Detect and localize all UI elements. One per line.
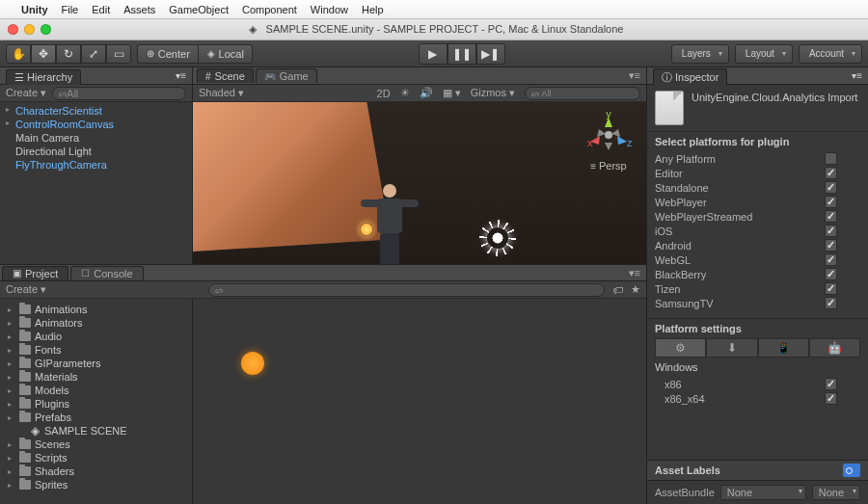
console-tab[interactable]: ☐ Console [70,266,143,280]
project-options[interactable]: ▾≡ [629,267,640,279]
project-folder[interactable]: Sprites [4,478,188,491]
platform-name: Any Platform [655,153,825,165]
platform-row: WebGL [655,252,860,267]
project-scene-item[interactable]: ◈SAMPLE SCENE [4,424,188,438]
hierarchy-item[interactable]: FlyThroughCamera [4,158,188,172]
platform-checkbox[interactable] [825,239,837,252]
rotate-tool[interactable]: ↻ [56,44,81,64]
inspector-options[interactable]: ▾≡ [852,70,862,81]
asset-labels-section[interactable]: Asset Labels [647,460,868,481]
platform-row: iOS [655,224,860,238]
search-filter-icon[interactable]: 🏷 [612,284,623,296]
scene-options[interactable]: ▾≡ [629,69,640,82]
platform-checkbox[interactable] [825,225,837,237]
light-toggle-icon[interactable]: ☀ [400,87,410,99]
scale-tool[interactable]: ⤢ [81,44,106,64]
project-folder[interactable]: Audio [4,330,188,343]
project-tab[interactable]: ▣ Project [2,266,68,280]
search-save-icon[interactable]: ★ [631,283,640,296]
arch-checkbox[interactable] [825,378,837,390]
svg-text:x: x [587,137,593,148]
assetbundle-variant-dropdown[interactable]: None [812,485,860,500]
project-folder[interactable]: GIParameters [4,357,188,370]
perspective-label[interactable]: ≡ Persp [583,160,635,172]
toggle-2d[interactable]: 2D [377,88,391,99]
hierarchy-options[interactable]: ▾≡ [176,70,186,81]
step-button[interactable]: ▶❚ [476,43,505,65]
play-button[interactable]: ▶ [419,43,448,65]
platform-name: Tizen [655,283,825,295]
hierarchy-tab[interactable]: ☰ Hierarchy [6,69,81,85]
project-folder[interactable]: Scripts [4,451,188,464]
platform-checkbox[interactable] [825,210,837,223]
project-create[interactable]: Create ▾ [6,283,46,296]
platform-checkbox[interactable] [825,152,837,165]
platform-tab-ios[interactable]: 📱 [758,338,809,358]
project-folder[interactable]: Prefabs [4,411,188,424]
tag-icon[interactable] [843,464,860,477]
hierarchy-item[interactable]: Main Camera [4,131,188,145]
hierarchy-item[interactable]: Directional Light [4,145,188,158]
menu-file[interactable]: File [62,4,79,15]
platform-checkbox[interactable] [825,297,837,309]
pivot-center-toggle[interactable]: ⊕ Center [137,44,198,64]
project-folder[interactable]: Fonts [4,343,188,357]
fx-toggle-icon[interactable]: ▦ ▾ [443,87,461,99]
orientation-gizmo[interactable]: y x z ≡ Persp [583,110,635,172]
arch-checkbox[interactable] [825,392,837,405]
scene-search[interactable]: ᔕ All [525,87,640,100]
project-folder[interactable]: Materials [4,370,188,384]
assetbundle-dropdown[interactable]: None [720,485,806,500]
game-tab[interactable]: 🎮 Game [256,68,317,83]
project-folder[interactable]: Shaders [4,464,188,478]
pause-button[interactable]: ❚❚ [448,43,476,65]
move-tool[interactable]: ✥ [31,44,56,64]
platform-checkbox[interactable] [825,181,837,194]
arch-row: x86_x64 [655,391,860,406]
menu-help[interactable]: Help [362,4,384,15]
project-search[interactable]: ᔕ [208,283,605,297]
app-menu[interactable]: Unity [21,4,48,15]
rect-tool[interactable]: ▭ [106,44,131,64]
hierarchy-tree: CharacterScientist ControlRoomCanvas Mai… [0,102,192,173]
platform-row: Any Platform [655,151,860,166]
project-folder[interactable]: Scenes [4,438,188,451]
layout-dropdown[interactable]: Layout [735,44,793,64]
project-folder[interactable]: Models [4,384,188,397]
project-folder[interactable]: Animations [4,303,188,316]
gizmos-dropdown[interactable]: Gizmos ▾ [471,87,515,99]
folder-icon [19,305,31,314]
platform-name: BlackBerry [655,269,825,280]
layers-dropdown[interactable]: Layers [671,44,729,64]
platform-checkbox[interactable] [825,253,837,266]
menu-assets[interactable]: Assets [123,4,155,15]
project-folder[interactable]: Animators [4,316,188,330]
menu-component[interactable]: Component [242,4,297,15]
inspector-tab[interactable]: ⓘ Inspector [653,68,727,86]
project-assets-view[interactable] [193,299,646,504]
menu-window[interactable]: Window [311,4,348,15]
platform-checkbox[interactable] [825,167,837,179]
menu-edit[interactable]: Edit [92,4,110,15]
platform-checkbox[interactable] [825,196,837,208]
platform-tab-editor[interactable]: ⚙ [655,338,706,358]
platform-name: iOS [655,225,825,237]
platform-name: Standalone [655,182,825,194]
hand-tool[interactable]: ✋ [6,44,31,64]
menu-gameobject[interactable]: GameObject [169,4,229,15]
hierarchy-item[interactable]: ControlRoomCanvas [4,118,188,131]
platform-checkbox[interactable] [825,268,837,280]
hierarchy-item[interactable]: CharacterScientist [4,104,188,118]
platform-tab-android[interactable]: 🤖 [809,338,860,358]
scene-tab[interactable]: # Scene [197,68,254,83]
shading-mode[interactable]: Shaded ▾ [199,87,244,99]
hierarchy-create[interactable]: Create ▾ [6,87,46,99]
project-folder[interactable]: Plugins [4,397,188,411]
platform-checkbox[interactable] [825,282,837,295]
account-dropdown[interactable]: Account [799,44,862,64]
hierarchy-search[interactable]: ᔕ All [52,87,186,100]
pivot-local-toggle[interactable]: ◈ Local [198,44,253,64]
platform-tab-standalone[interactable]: ⬇ [706,338,757,358]
inspector-title: UnityEngine.Cloud.Analytics Import Se [692,91,860,104]
audio-toggle-icon[interactable]: 🔊 [420,87,433,99]
